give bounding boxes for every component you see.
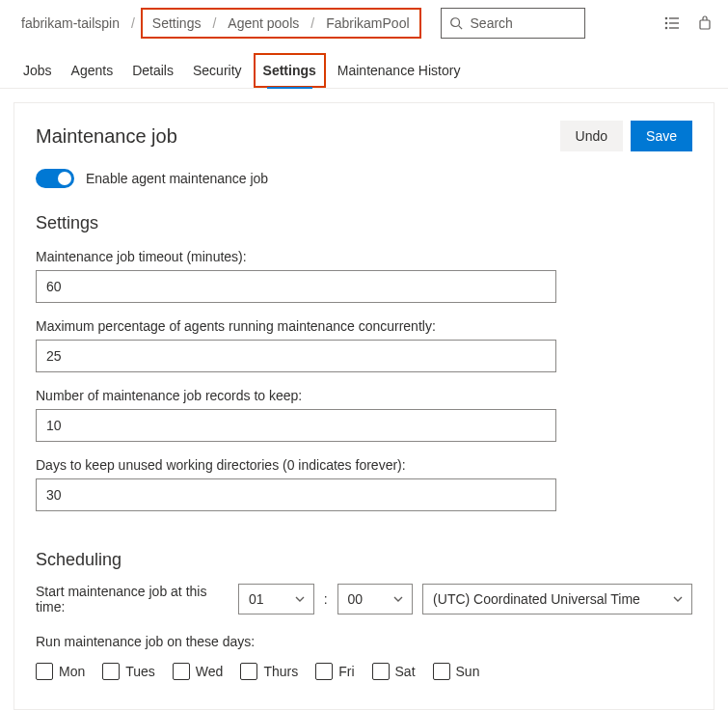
- tab-settings[interactable]: Settings: [254, 53, 326, 88]
- enable-toggle-row: Enable agent maintenance job: [36, 169, 692, 188]
- day-mon[interactable]: Mon: [36, 663, 85, 680]
- checkbox-icon: [372, 663, 390, 680]
- day-label: Sun: [456, 664, 480, 679]
- day-label: Sat: [395, 664, 416, 679]
- max-percent-label: Maximum percentage of agents running mai…: [36, 318, 692, 334]
- days-keep-label: Days to keep unused working directories …: [36, 457, 692, 473]
- timeout-label: Maintenance job timeout (minutes):: [36, 249, 692, 264]
- breadcrumb-agent-pools[interactable]: Agent pools: [222, 12, 305, 35]
- panel-actions: Undo Save: [560, 121, 692, 151]
- breadcrumb: fabrikam-tailspin / Settings / Agent poo…: [15, 8, 421, 39]
- svg-line-1: [458, 26, 462, 30]
- days-label: Run maintenance job on these days:: [36, 634, 692, 649]
- breadcrumb-sep: /: [210, 15, 218, 31]
- panel-title: Maintenance job: [36, 125, 177, 148]
- search-icon: [449, 16, 463, 30]
- minute-select[interactable]: 00: [337, 584, 414, 614]
- minute-value: 00: [348, 591, 364, 607]
- checkbox-icon: [240, 663, 257, 680]
- start-time-label: Start maintenance job at this time:: [36, 584, 229, 614]
- enable-maintenance-label: Enable agent maintenance job: [86, 171, 268, 186]
- chevron-down-icon: [294, 593, 306, 605]
- bag-icon[interactable]: [697, 15, 713, 31]
- day-tues[interactable]: Tues: [102, 663, 155, 680]
- list-icon[interactable]: [664, 15, 680, 31]
- search-container: [441, 8, 585, 39]
- timeout-input[interactable]: [36, 270, 556, 303]
- day-wed[interactable]: Wed: [173, 663, 224, 680]
- day-label: Tues: [125, 664, 155, 679]
- timezone-value: (UTC) Coordinated Universal Time: [433, 591, 640, 607]
- tab-jobs[interactable]: Jobs: [15, 53, 60, 88]
- breadcrumb-sep: /: [129, 15, 137, 31]
- hour-select[interactable]: 01: [238, 584, 314, 614]
- panel-header: Maintenance job Undo Save: [36, 121, 692, 151]
- svg-point-6: [665, 22, 666, 23]
- svg-rect-8: [700, 20, 710, 29]
- tab-security[interactable]: Security: [185, 53, 250, 88]
- svg-point-7: [665, 27, 666, 28]
- undo-button[interactable]: Undo: [560, 121, 623, 151]
- days-keep-input[interactable]: [36, 478, 556, 511]
- breadcrumb-settings[interactable]: Settings: [147, 12, 207, 35]
- day-thurs[interactable]: Thurs: [240, 663, 298, 680]
- days-row: Mon Tues Wed Thurs Fri Sat Sun: [36, 663, 692, 680]
- breadcrumb-highlight: Settings / Agent pools / FabrikamPool: [141, 8, 421, 39]
- breadcrumb-sep: /: [309, 15, 316, 31]
- search-box[interactable]: [441, 8, 585, 39]
- records-keep-input[interactable]: [36, 409, 556, 442]
- day-sun[interactable]: Sun: [433, 663, 480, 680]
- checkbox-icon: [315, 663, 333, 680]
- settings-panel: Maintenance job Undo Save Enable agent m…: [13, 102, 715, 710]
- svg-point-0: [450, 18, 459, 27]
- day-label: Thurs: [263, 664, 298, 679]
- tab-bar: Jobs Agents Details Security Settings Ma…: [0, 46, 728, 89]
- schedule-time-row: Start maintenance job at this time: 01 :…: [36, 584, 692, 614]
- breadcrumb-org[interactable]: fabrikam-tailspin: [15, 12, 125, 35]
- day-label: Wed: [196, 664, 224, 679]
- checkbox-icon: [36, 663, 53, 680]
- breadcrumb-pool-name[interactable]: FabrikamPool: [320, 12, 415, 35]
- search-input[interactable]: [469, 14, 577, 32]
- day-sat[interactable]: Sat: [372, 663, 416, 680]
- records-keep-label: Number of maintenance job records to kee…: [36, 388, 692, 403]
- chevron-down-icon: [672, 593, 684, 605]
- max-percent-input[interactable]: [36, 340, 556, 372]
- hour-value: 01: [249, 591, 264, 607]
- scheduling-section-title: Scheduling: [36, 550, 692, 570]
- tab-agents[interactable]: Agents: [64, 53, 121, 88]
- enable-maintenance-toggle[interactable]: [36, 169, 74, 188]
- save-button[interactable]: Save: [631, 121, 692, 151]
- tab-details[interactable]: Details: [124, 53, 181, 88]
- timezone-select[interactable]: (UTC) Coordinated Universal Time: [422, 584, 692, 614]
- top-bar: fabrikam-tailspin / Settings / Agent poo…: [0, 0, 728, 46]
- checkbox-icon: [173, 663, 190, 680]
- day-label: Mon: [59, 664, 85, 679]
- time-separator: :: [324, 591, 328, 607]
- settings-section-title: Settings: [36, 213, 692, 233]
- svg-point-5: [665, 17, 666, 18]
- top-icons: [664, 15, 713, 31]
- checkbox-icon: [433, 663, 450, 680]
- day-fri[interactable]: Fri: [315, 663, 354, 680]
- day-label: Fri: [338, 664, 354, 679]
- tab-maintenance-history[interactable]: Maintenance History: [330, 53, 469, 88]
- chevron-down-icon: [392, 593, 404, 605]
- checkbox-icon: [102, 663, 120, 680]
